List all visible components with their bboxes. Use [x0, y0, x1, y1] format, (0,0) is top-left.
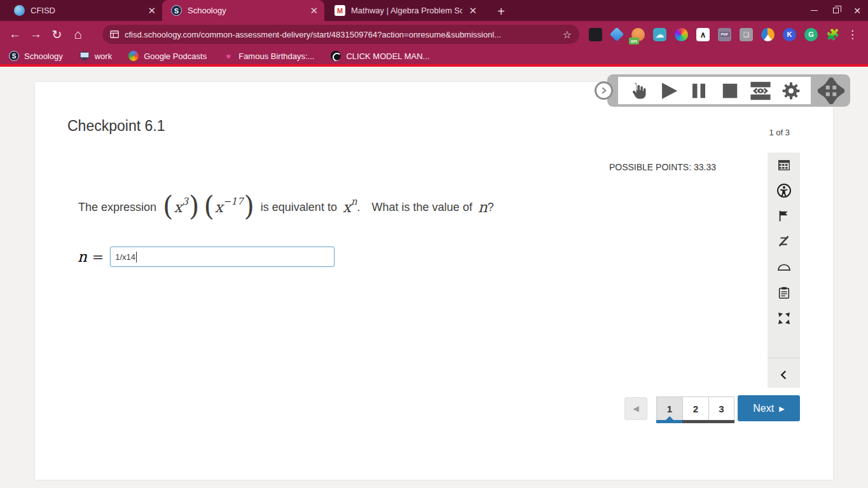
- expand-icon: [776, 311, 792, 326]
- math-exponent: n: [351, 196, 357, 207]
- google-podcasts-icon: [128, 51, 139, 61]
- assessment-tool-strip: [768, 152, 800, 388]
- schoology-bookmark-icon: S: [9, 51, 19, 61]
- new-tab-button[interactable]: +: [493, 3, 509, 20]
- collapse-panel-button[interactable]: [768, 362, 800, 388]
- tab-close-icon[interactable]: ✕: [469, 5, 477, 17]
- page-buttons: 1 2 3: [656, 396, 734, 421]
- bookmark-label: Famous Birthdays:...: [238, 51, 314, 61]
- math-base: x: [215, 199, 223, 215]
- bookmark-click-model[interactable]: CLICK MODEL MAN...: [331, 51, 429, 61]
- settings-button[interactable]: [780, 80, 802, 102]
- monitor-icon: [79, 51, 90, 61]
- bookmark-schoology[interactable]: S Schoology: [9, 51, 63, 61]
- extension-icon-dark[interactable]: [589, 28, 602, 41]
- notepad-button[interactable]: [768, 280, 800, 306]
- previous-page-button[interactable]: ◀: [624, 397, 647, 420]
- extension-icon-peardeck[interactable]: on: [631, 28, 645, 41]
- tab-close-icon[interactable]: ✕: [310, 5, 318, 17]
- protractor-button[interactable]: [768, 255, 800, 280]
- extension-icon-kami[interactable]: K: [783, 28, 796, 41]
- play-button[interactable]: [658, 80, 679, 102]
- tab-close-icon[interactable]: ✕: [148, 5, 156, 17]
- answer-row: n = 1/x14: [78, 247, 334, 267]
- reload-button[interactable]: ↻: [46, 24, 67, 45]
- question-text: The expression (x3) (x−17) is equivalent…: [78, 189, 494, 225]
- schoology-favicon-icon: S: [171, 5, 182, 16]
- bookmark-famous-birthdays[interactable]: ★ Famous Birthdays:...: [223, 51, 314, 61]
- schoology-accent-line: [0, 64, 868, 67]
- bookmark-work[interactable]: work: [79, 51, 112, 61]
- browser-menu-icon[interactable]: ⋮: [847, 28, 858, 41]
- mathway-favicon-icon: M: [334, 5, 345, 16]
- math-var-n: n: [478, 199, 488, 215]
- answer-eliminator-button[interactable]: [768, 229, 800, 254]
- stop-icon: [720, 81, 740, 100]
- extension-icon-blue-diamond[interactable]: [610, 27, 624, 42]
- site-info-icon[interactable]: [110, 30, 119, 39]
- pause-button[interactable]: [688, 80, 710, 102]
- paren: ): [188, 191, 200, 222]
- page-number: 1: [667, 403, 672, 414]
- calculator-icon: [777, 158, 791, 172]
- on-badge: on: [629, 37, 639, 44]
- url-text[interactable]: cfisd.schoology.com/common-assessment-de…: [125, 30, 558, 39]
- click-model-icon: [331, 51, 341, 61]
- toolbar-drag-handle[interactable]: [816, 77, 846, 104]
- fullscreen-button[interactable]: [768, 306, 800, 331]
- page-indicator: 1 of 3: [769, 128, 790, 137]
- equals-sign: =: [92, 249, 104, 265]
- next-arrow-icon: ▶: [779, 405, 784, 413]
- answer-input[interactable]: 1/x14: [110, 247, 334, 267]
- screen-mask-button[interactable]: [750, 80, 771, 102]
- bookmark-star-icon[interactable]: ☆: [563, 29, 572, 41]
- play-icon: [658, 80, 679, 102]
- tab-title: CFISD: [31, 6, 141, 15]
- tab-cfisd[interactable]: CFISD ✕: [5, 0, 162, 21]
- paren: (: [203, 191, 214, 222]
- page-button-1[interactable]: 1: [656, 396, 682, 421]
- extension-icon-ball[interactable]: [761, 28, 775, 41]
- bookmark-label: CLICK MODEL MAN...: [346, 51, 429, 61]
- tab-schoology[interactable]: S Schoology ✕: [162, 0, 324, 21]
- extension-icon-pinwheel[interactable]: [675, 28, 688, 41]
- math-exponent: 3: [182, 196, 188, 207]
- extension-icon-cloud[interactable]: ☁: [653, 28, 666, 41]
- extensions-puzzle-icon[interactable]: 🧩: [826, 28, 839, 41]
- tab-title: Schoology: [188, 6, 303, 15]
- close-window-button[interactable]: ✕: [846, 0, 868, 21]
- accessibility-icon: [776, 183, 792, 198]
- answer-input-value: 1/x14: [115, 252, 135, 262]
- page-button-3[interactable]: 3: [708, 396, 734, 421]
- next-button[interactable]: Next ▶: [738, 395, 800, 421]
- notepad-icon: [777, 286, 791, 300]
- extension-icon-copies[interactable]: ❏: [740, 28, 753, 41]
- bookmark-google-podcasts[interactable]: Google Podcasts: [128, 51, 207, 61]
- stop-button[interactable]: [719, 80, 741, 102]
- address-bar[interactable]: cfisd.schoology.com/common-assessment-de…: [102, 25, 579, 44]
- strikethrough-z-icon: [777, 234, 791, 248]
- click-to-speak-button[interactable]: [627, 80, 649, 102]
- extension-icon-mathway[interactable]: ∧: [696, 28, 710, 41]
- pointer-hand-icon: [628, 81, 647, 100]
- extension-icon-pdf[interactable]: PDF: [718, 28, 731, 41]
- accessibility-button[interactable]: [768, 178, 800, 203]
- strip-divider: [768, 358, 800, 358]
- forward-button[interactable]: →: [25, 24, 46, 45]
- extension-icon-grammarly[interactable]: G: [804, 28, 818, 41]
- toolbar-expand-button[interactable]: [595, 81, 613, 100]
- restore-button[interactable]: [825, 0, 846, 21]
- question-prefix: The expression: [78, 201, 156, 214]
- flag-icon: [777, 209, 791, 223]
- tts-button-group: [618, 77, 811, 104]
- protractor-icon: [776, 260, 792, 275]
- flag-button[interactable]: [768, 203, 800, 229]
- paren: ): [243, 191, 254, 222]
- back-button[interactable]: ←: [4, 24, 25, 45]
- chevron-left-icon: [778, 369, 790, 381]
- home-button[interactable]: ⌂: [67, 24, 88, 45]
- calculator-button[interactable]: [768, 152, 800, 178]
- tab-mathway[interactable]: M Mathway | Algebra Problem Solv ✕: [326, 0, 483, 21]
- minimize-button[interactable]: [803, 0, 825, 21]
- page-button-2[interactable]: 2: [682, 396, 708, 421]
